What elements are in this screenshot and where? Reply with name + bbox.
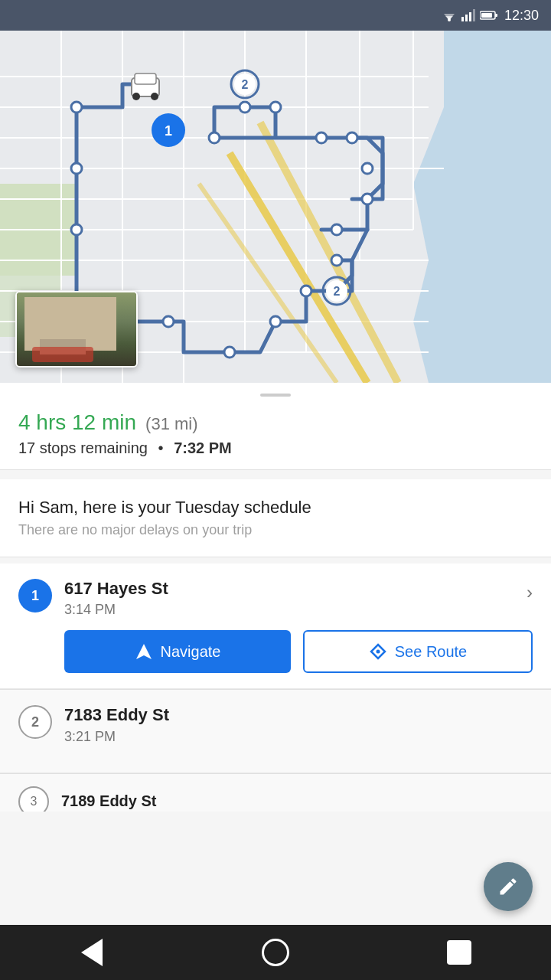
svg-point-49 — [240, 102, 250, 113]
home-button[interactable] — [253, 929, 298, 975]
street-photo-thumbnail[interactable] — [15, 291, 138, 368]
duration-text: 4 hrs 12 min — [18, 410, 136, 435]
status-icons — [442, 9, 498, 21]
drag-handle-container — [0, 383, 551, 397]
svg-point-50 — [209, 132, 220, 143]
svg-point-46 — [347, 132, 357, 143]
signal-icon — [461, 9, 475, 21]
battery-icon — [480, 10, 498, 21]
svg-point-62 — [151, 93, 158, 100]
home-icon — [262, 939, 289, 966]
stop-item-2: 2 7183 Eddy St 3:21 PM — [0, 689, 551, 773]
stop-button[interactable] — [436, 929, 482, 975]
svg-rect-7 — [473, 9, 475, 21]
svg-marker-63 — [136, 644, 152, 659]
stop-3-address: 7189 Eddy St — [61, 792, 157, 810]
svg-point-42 — [331, 255, 342, 266]
eta-time: 7:32 PM — [174, 439, 232, 456]
svg-text:1: 1 — [165, 123, 172, 139]
stop-icon — [447, 940, 471, 965]
edit-icon — [497, 876, 519, 897]
schedule-subtitle: There are no major delays on your trip — [18, 522, 533, 538]
svg-point-38 — [163, 316, 174, 327]
bottom-navigation — [0, 925, 551, 980]
stop-1-actions: Navigate See Route — [64, 630, 533, 673]
svg-rect-6 — [469, 12, 471, 21]
stop-2-badge: 2 — [18, 705, 52, 739]
map-area[interactable]: 1 2 2 — [0, 31, 551, 383]
svg-point-65 — [376, 650, 380, 654]
svg-point-43 — [331, 224, 342, 235]
svg-point-44 — [362, 194, 373, 204]
svg-rect-60 — [135, 74, 156, 84]
stop-3-badge: 3 — [18, 786, 49, 812]
svg-point-40 — [270, 316, 281, 327]
stop-2-header: 2 7183 Eddy St 3:21 PM — [18, 705, 533, 744]
distance-text: (31 mi) — [145, 414, 197, 434]
stop-1-address: 617 Hayes St — [64, 579, 514, 599]
stops-row: 17 stops remaining • 7:32 PM — [18, 439, 533, 457]
stops-remaining: 17 stops remaining — [18, 439, 148, 456]
schedule-greeting: Hi Sam, here is your Tuesday schedule — [18, 498, 533, 518]
stop-3-header: 3 7189 Eddy St — [18, 786, 533, 812]
stop-2-info: 7183 Eddy St 3:21 PM — [64, 705, 533, 744]
svg-point-36 — [71, 163, 82, 174]
svg-rect-10 — [481, 13, 492, 18]
wifi-icon — [442, 9, 457, 21]
back-icon — [81, 939, 103, 966]
stop-1-header: 1 617 Hayes St 3:14 PM › — [18, 579, 533, 618]
stop-item-3-preview: 3 7189 Eddy St — [0, 773, 551, 812]
svg-point-37 — [71, 224, 82, 235]
svg-point-39 — [224, 347, 235, 358]
info-panel: 4 hrs 12 min (31 mi) 17 stops remaining … — [0, 397, 551, 470]
svg-text:2: 2 — [334, 285, 341, 298]
see-route-icon — [369, 642, 387, 661]
stop-item-1: 1 617 Hayes St 3:14 PM › Navigate See Ro… — [0, 557, 551, 689]
svg-text:2: 2 — [242, 78, 249, 91]
time-row: 4 hrs 12 min (31 mi) — [18, 410, 533, 435]
schedule-section: Hi Sam, here is your Tuesday schedule Th… — [0, 479, 551, 557]
navigate-button[interactable]: Navigate — [64, 630, 291, 673]
separator: • — [158, 439, 164, 456]
stop-2-time: 3:21 PM — [64, 729, 533, 745]
stop-1-badge: 1 — [18, 579, 52, 612]
stop-1-info: 617 Hayes St 3:14 PM — [64, 579, 514, 618]
fab-edit-button[interactable] — [484, 862, 533, 911]
svg-rect-5 — [465, 15, 468, 21]
stop-3-info: 7189 Eddy St — [61, 792, 157, 810]
back-button[interactable] — [69, 929, 115, 975]
status-bar: 12:30 — [0, 0, 551, 31]
status-time: 12:30 — [504, 8, 539, 24]
svg-rect-9 — [495, 14, 497, 17]
stop-1-chevron[interactable]: › — [527, 579, 533, 603]
svg-point-48 — [270, 102, 281, 113]
navigate-icon — [135, 642, 153, 661]
svg-point-41 — [301, 286, 311, 296]
svg-point-61 — [132, 93, 140, 100]
svg-rect-4 — [461, 17, 464, 21]
stop-1-time: 3:14 PM — [64, 602, 514, 618]
see-route-button[interactable]: See Route — [303, 630, 533, 673]
svg-point-47 — [316, 132, 327, 143]
svg-point-3 — [448, 18, 451, 21]
svg-point-35 — [71, 102, 82, 113]
stop-2-address: 7183 Eddy St — [64, 705, 533, 725]
svg-point-45 — [362, 163, 373, 174]
